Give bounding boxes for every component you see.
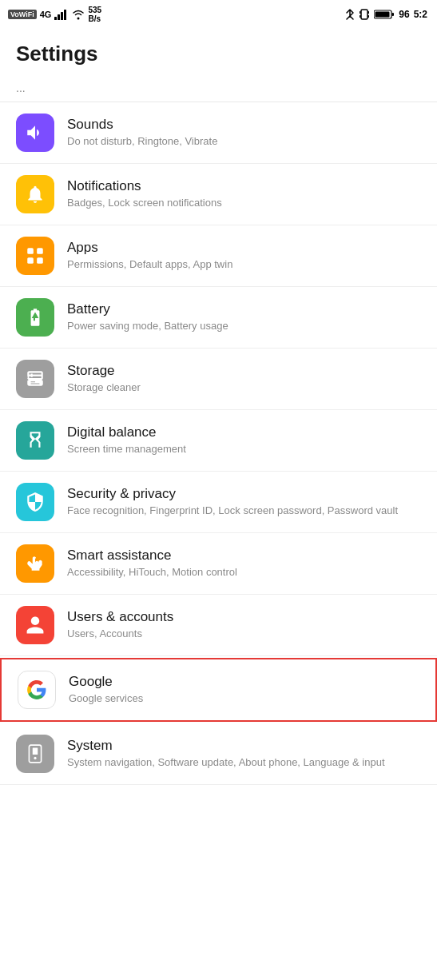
bell-icon [16, 175, 54, 213]
battery-percent: 96 [399, 9, 409, 20]
item-subtitle-google: Google services [69, 691, 419, 706]
svg-point-18 [34, 757, 36, 759]
settings-item-users-accounts[interactable]: Users & accountsUsers, Accounts [0, 595, 437, 656]
storage-icon [16, 360, 54, 398]
settings-item-system[interactable]: SystemSystem navigation, Software update… [0, 723, 437, 785]
svg-rect-11 [375, 12, 390, 18]
battery-icon [16, 298, 54, 337]
item-subtitle-storage: Storage cleaner [67, 380, 421, 395]
vibrate-icon [359, 9, 370, 20]
svg-rect-7 [360, 15, 361, 18]
item-title-google: Google [69, 674, 419, 690]
item-title-sounds: Sounds [67, 117, 421, 133]
item-subtitle-smart-assistance: Accessibility, HiTouch, Motion control [67, 565, 421, 580]
settings-item-digital-balance[interactable]: Digital balanceScreen time management [0, 410, 437, 472]
item-title-notifications: Notifications [67, 178, 421, 194]
svg-rect-3 [64, 10, 66, 20]
hourglass-icon [16, 421, 54, 460]
settings-item-sounds[interactable]: SoundsDo not disturb, Ringtone, Vibrate [0, 102, 437, 164]
item-title-smart-assistance: Smart assistance [67, 548, 421, 564]
time: 5:2 [414, 9, 427, 20]
svg-rect-10 [392, 13, 395, 16]
svg-rect-8 [368, 15, 370, 18]
person-icon [16, 606, 54, 644]
item-title-digital-balance: Digital balance [67, 424, 421, 440]
item-title-apps: Apps [67, 240, 421, 256]
partial-item: ... [0, 74, 437, 102]
shield-icon [16, 483, 54, 521]
item-subtitle-digital-balance: Screen time management [67, 442, 421, 456]
data-speed: 535B/s [88, 6, 101, 23]
item-subtitle-sounds: Do not disturb, Ringtone, Vibrate [67, 134, 421, 149]
settings-item-battery[interactable]: BatteryPower saving mode, Battery usage [0, 287, 437, 349]
settings-item-security-privacy[interactable]: Security & privacyFace recognition, Fing… [0, 472, 437, 533]
svg-rect-2 [61, 12, 63, 20]
settings-item-smart-assistance[interactable]: Smart assistanceAccessibility, HiTouch, … [0, 533, 437, 595]
settings-item-google[interactable]: GoogleGoogle services [0, 658, 437, 722]
settings-item-storage[interactable]: StorageStorage cleaner [0, 349, 437, 410]
volume-icon [16, 114, 54, 152]
item-subtitle-apps: Permissions, Default apps, App twin [67, 257, 421, 272]
bluetooth-icon [345, 8, 355, 21]
svg-rect-4 [361, 10, 367, 19]
svg-rect-14 [27, 257, 34, 264]
svg-rect-13 [37, 248, 43, 254]
item-subtitle-security-privacy: Face recognition, Fingerprint ID, Lock s… [67, 504, 421, 518]
item-subtitle-notifications: Badges, Lock screen notifications [67, 196, 421, 210]
signal-icon [54, 9, 69, 20]
google-icon [18, 671, 56, 709]
status-left: VoWiFi 4G 535B/s [8, 6, 101, 23]
apps-icon [16, 237, 54, 275]
svg-rect-1 [58, 14, 60, 20]
status-right: 96 5:2 [345, 8, 427, 21]
svg-rect-6 [368, 11, 370, 14]
svg-rect-17 [33, 747, 38, 755]
item-title-storage: Storage [67, 363, 421, 379]
battery-status-icon [374, 9, 395, 20]
svg-rect-15 [37, 257, 43, 264]
system-icon [16, 735, 54, 773]
svg-rect-12 [27, 248, 34, 254]
settings-item-notifications[interactable]: NotificationsBadges, Lock screen notific… [0, 164, 437, 225]
hand-icon [16, 544, 54, 583]
item-subtitle-system: System navigation, Software update, Abou… [67, 755, 421, 770]
page-title: Settings [0, 29, 437, 74]
svg-rect-5 [360, 11, 361, 14]
settings-list: SoundsDo not disturb, Ringtone, VibrateN… [0, 102, 437, 785]
network-type: 4G [40, 10, 52, 19]
item-title-system: System [67, 738, 421, 754]
item-title-battery: Battery [67, 301, 421, 317]
item-subtitle-battery: Power saving mode, Battery usage [67, 319, 421, 333]
item-title-security-privacy: Security & privacy [67, 486, 421, 502]
svg-rect-0 [54, 17, 57, 20]
item-subtitle-users-accounts: Users, Accounts [67, 627, 421, 641]
vowifi-badge: VoWiFi [8, 10, 37, 19]
item-title-users-accounts: Users & accounts [67, 609, 421, 625]
wifi-icon [72, 9, 85, 20]
settings-item-apps[interactable]: AppsPermissions, Default apps, App twin [0, 225, 437, 287]
status-bar: VoWiFi 4G 535B/s [0, 0, 437, 29]
